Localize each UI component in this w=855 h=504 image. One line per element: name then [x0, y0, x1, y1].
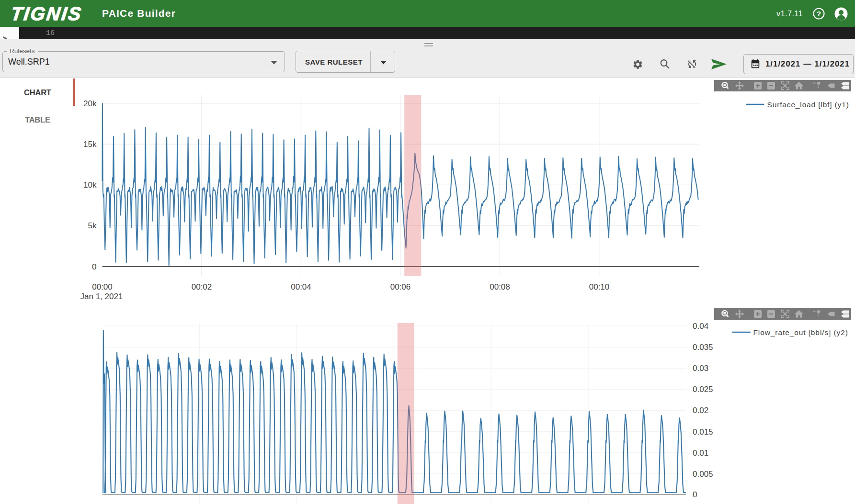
svg-text:00:06: 00:06 [390, 282, 411, 291]
svg-text:0.03: 0.03 [693, 364, 708, 373]
svg-text:0.015: 0.015 [693, 427, 713, 437]
svg-text:0.005: 0.005 [693, 470, 713, 479]
svg-text:Jan 1, 2021: Jan 1, 2021 [80, 292, 123, 301]
svg-text:?: ? [817, 10, 821, 18]
svg-text:0.02: 0.02 [693, 406, 708, 415]
svg-text:00:08: 00:08 [490, 282, 510, 291]
svg-text:Flow_rate_out [bbl/s] (y2): Flow_rate_out [bbl/s] (y2) [753, 328, 848, 336]
svg-text:5k: 5k [88, 221, 97, 230]
svg-text:0: 0 [92, 262, 96, 271]
svg-text:00:10: 00:10 [589, 282, 610, 291]
svg-text:00:02: 00:02 [192, 282, 212, 291]
svg-text:Surface_load [lbf] (y1): Surface_load [lbf] (y1) [767, 101, 849, 109]
svg-text:00:04: 00:04 [291, 282, 311, 291]
svg-text:00:00: 00:00 [92, 282, 113, 291]
svg-text:0.01: 0.01 [693, 448, 708, 458]
svg-text:0: 0 [693, 490, 697, 499]
svg-text:10k: 10k [83, 180, 97, 190]
svg-text:0.04: 0.04 [693, 322, 708, 331]
svg-text:0.025: 0.025 [693, 385, 713, 394]
svg-text:0.035: 0.035 [693, 343, 713, 352]
svg-text:20k: 20k [83, 99, 97, 108]
svg-text:15k: 15k [83, 140, 97, 149]
